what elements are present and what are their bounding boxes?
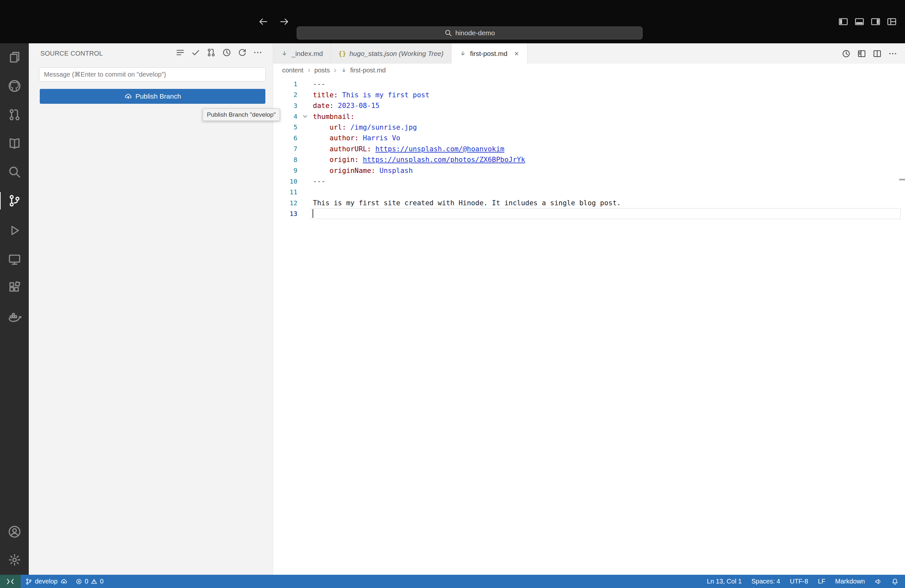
code-line[interactable]: 10--- [273, 176, 905, 186]
source-control-sidebar: SOURCE CONTROL Publish Branch [29, 43, 273, 575]
tab--index-md[interactable]: _index.md [273, 43, 331, 64]
tab-first-post-md[interactable]: first-post.md [451, 43, 527, 64]
publish-branch-button[interactable]: Publish Branch [40, 89, 265, 104]
extensions-icon [8, 281, 21, 294]
breadcrumb-file[interactable]: first-post.md [350, 67, 386, 74]
line-text: date: 2023-08-15 [313, 102, 379, 110]
notifications-button[interactable] [891, 578, 899, 585]
text-cursor [313, 209, 313, 218]
activity-item-explorer[interactable] [0, 46, 29, 68]
line-text: author: Harris Vo [313, 134, 400, 142]
status-bar: develop 0 0 Ln 13, Col 1 Spaces: 4 UTF-8… [0, 575, 905, 588]
token: 2023-08-15 [333, 102, 379, 110]
activity-item-accounts[interactable] [0, 521, 29, 542]
timeline-button[interactable] [841, 49, 851, 58]
feedback-icon [875, 578, 882, 585]
token: This is my first site created with Hinod… [313, 199, 621, 207]
tab-label: hugo_stats.json (Working Tree) [349, 50, 443, 57]
history-icon [841, 49, 851, 58]
language-mode-button[interactable]: Markdown [835, 578, 865, 585]
publish-branch-tooltip: Publish Branch "develop" [203, 109, 280, 121]
more-actions-button[interactable] [253, 48, 262, 57]
code-line[interactable]: 7 authorURL: https://unsplash.com/@hoanv… [273, 143, 905, 154]
close-tab-button[interactable] [514, 51, 519, 57]
create-pull-request-button[interactable] [206, 48, 216, 57]
search-icon [8, 165, 21, 179]
code-line[interactable]: 1--- [273, 79, 905, 89]
activity-item-docker[interactable] [0, 306, 29, 327]
token: date: [313, 102, 333, 110]
encoding-button[interactable]: UTF-8 [790, 578, 808, 585]
activity-item-source-control[interactable] [0, 190, 29, 211]
cursor-position-button[interactable]: Ln 13, Col 1 [707, 578, 742, 585]
code-line[interactable]: 3date: 2023-08-15 [273, 100, 905, 111]
tab-bar: _index.md{}hugo_stats.json (Working Tree… [273, 43, 905, 64]
eol-button[interactable]: LF [818, 578, 825, 585]
command-center-search[interactable]: hinode-demo [297, 27, 643, 40]
code-line[interactable]: 4thumbnail: [273, 111, 905, 122]
activity-item-extensions[interactable] [0, 277, 29, 298]
remote-icon [6, 577, 14, 586]
line-text: --- [313, 177, 325, 185]
token: Unsplash [375, 167, 413, 175]
commit-button[interactable] [191, 48, 200, 57]
fold-chevron-icon[interactable] [302, 113, 308, 119]
breadcrumb-folder[interactable]: posts [314, 67, 330, 74]
token: url: [313, 123, 346, 131]
code-area[interactable]: 1---2title: This is my first post3date: … [273, 77, 905, 575]
activity-item-docs[interactable] [0, 132, 29, 154]
editor-more-actions-button[interactable] [888, 49, 897, 58]
view-history-button[interactable] [222, 48, 232, 57]
branch-status-button[interactable]: develop [25, 578, 67, 585]
activity-item-github[interactable] [0, 75, 29, 97]
open-preview-button[interactable] [857, 49, 866, 58]
customize-layout-button[interactable] [887, 17, 897, 27]
toggle-primary-sidebar-button[interactable] [838, 17, 848, 27]
code-line[interactable]: 8 origin: https://unsplash.com/photos/ZX… [273, 154, 905, 165]
code-line[interactable]: 5 url: /img/sunrise.jpg [273, 122, 905, 132]
commit-message-input[interactable] [39, 68, 266, 81]
layout-icon [887, 17, 897, 27]
markdown-file-icon [341, 67, 347, 74]
activity-item-search[interactable] [0, 161, 29, 183]
line-text: thumbnail: [313, 113, 354, 121]
view-as-list-button[interactable] [176, 48, 185, 57]
gutter [297, 113, 313, 119]
ellipsis-icon [888, 49, 897, 58]
feedback-button[interactable] [875, 578, 882, 585]
problems-button[interactable]: 0 0 [76, 578, 103, 585]
breadcrumb-folder[interactable]: content [282, 67, 303, 74]
line-number: 7 [273, 145, 297, 153]
code-line[interactable]: 2title: This is my first post [273, 89, 905, 100]
code-line[interactable]: 9 originName: Unsplash [273, 165, 905, 176]
sidebar-title: SOURCE CONTROL [40, 50, 103, 57]
docker-icon [8, 310, 21, 323]
remote-indicator-button[interactable] [0, 575, 21, 588]
code-line[interactable]: 11 [273, 186, 905, 197]
line-number: 13 [273, 210, 297, 218]
tab-hugo-stats-json-working-tree-[interactable]: {}hugo_stats.json (Working Tree) [331, 43, 451, 64]
activity-item-run-debug[interactable] [0, 220, 29, 241]
code-line[interactable]: 12This is my first site created with Hin… [273, 197, 905, 208]
breadcrumb: content posts first-post.md [273, 64, 905, 77]
layout-controls [838, 0, 897, 43]
code-line[interactable]: 13 [273, 208, 905, 219]
activity-item-pull-requests[interactable] [0, 104, 29, 126]
book-icon [8, 137, 21, 150]
code-line[interactable]: 6 author: Harris Vo [273, 132, 905, 143]
token: authorURL: [313, 145, 371, 153]
toggle-secondary-sidebar-button[interactable] [871, 17, 880, 27]
split-editor-button[interactable] [873, 49, 882, 58]
navigate-forward-button[interactable] [279, 17, 289, 27]
line-text: origin: https://unsplash.com/photos/ZX6B… [313, 156, 525, 164]
refresh-button[interactable] [238, 48, 247, 57]
toggle-panel-button[interactable] [854, 17, 864, 27]
navigate-back-button[interactable] [259, 17, 268, 27]
indentation-button[interactable]: Spaces: 4 [751, 578, 780, 585]
line-number: 10 [273, 178, 297, 185]
token: https://unsplash.com/photos/ZX6BPboJrYk [363, 156, 525, 164]
publish-branch-label: Publish Branch [135, 92, 181, 100]
activity-bar [0, 43, 29, 575]
activity-item-settings[interactable] [0, 549, 29, 571]
activity-item-remote-explorer[interactable] [0, 249, 29, 270]
